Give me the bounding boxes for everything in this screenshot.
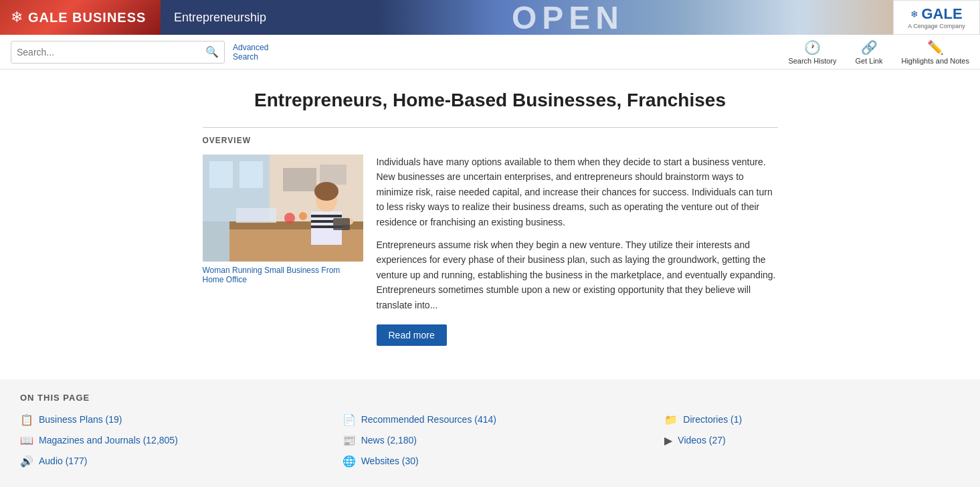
svg-rect-8 [320, 165, 347, 185]
search-input[interactable] [17, 47, 205, 58]
highlights-notes-label: Highlights and Notes [901, 57, 969, 65]
on-this-page-item[interactable]: 📋 Business Plans (19) [20, 413, 316, 426]
overview-paragraph-2: Entrepreneurs assume risk when they begi… [377, 237, 778, 312]
overview-text: Individuals have many options available … [377, 155, 778, 346]
on-this-page-item[interactable]: 🌐 Websites (30) [342, 455, 638, 468]
otp-item-icon: 📰 [342, 434, 356, 447]
otp-item-link[interactable]: Websites (30) [361, 456, 419, 466]
brand-logo[interactable]: ❄ GALE BUSINESS [0, 0, 161, 35]
svg-point-13 [314, 182, 338, 201]
on-this-page-section: ON THIS PAGE 📋 Business Plans (19) 📄 Rec… [0, 379, 980, 487]
on-this-page-title: ON THIS PAGE [20, 393, 960, 403]
search-history-icon: 🕐 [804, 39, 821, 56]
search-button[interactable]: 🔍 [205, 45, 219, 58]
read-more-button[interactable]: Read more [377, 324, 447, 346]
svg-rect-2 [209, 161, 233, 188]
otp-item-icon: 📋 [20, 413, 33, 426]
svg-rect-7 [283, 168, 316, 191]
advanced-search-link[interactable]: AdvancedSearch [233, 43, 268, 62]
on-this-page-grid: 📋 Business Plans (19) 📄 Recommended Reso… [20, 413, 960, 468]
get-link-button[interactable]: 🔗 Get Link [856, 39, 883, 65]
otp-item-icon: 📖 [20, 434, 33, 447]
search-history-button[interactable]: 🕐 Search History [788, 39, 836, 65]
overview-image-wrap: Woman Running Small Business From Home O… [203, 155, 363, 346]
overview-body: Woman Running Small Business From Home O… [203, 155, 778, 346]
search-bar: 🔍 AdvancedSearch 🕐 Search History 🔗 Get … [0, 35, 980, 70]
overview-section: OVERVIEW [203, 127, 778, 346]
brand-name: GALE BUSINESS [28, 10, 146, 25]
otp-item-icon: 📄 [342, 413, 356, 426]
hero-text: OPEN [512, 0, 624, 35]
otp-item-icon: 🔊 [20, 455, 33, 468]
otp-item-icon: 📁 [664, 413, 678, 426]
on-this-page-item[interactable]: 📁 Directories (1) [664, 413, 960, 426]
overview-paragraph-1: Individuals have many options available … [377, 155, 778, 229]
get-link-label: Get Link [856, 57, 883, 65]
svg-point-10 [284, 213, 295, 223]
on-this-page-item[interactable]: 📰 News (2,180) [342, 434, 638, 447]
on-this-page-item[interactable]: 🔊 Audio (177) [20, 455, 316, 468]
otp-item-icon: ▶ [664, 434, 672, 447]
header: ❄ GALE BUSINESS Entrepreneurship OPEN ❄ … [0, 0, 980, 35]
hero-banner: OPEN [378, 0, 980, 35]
otp-item-link[interactable]: Recommended Resources (414) [361, 414, 496, 425]
gale-logo-snowflake-icon: ❄ [910, 9, 918, 19]
search-history-label: Search History [788, 57, 836, 65]
on-this-page-item[interactable]: 📄 Recommended Resources (414) [342, 413, 638, 426]
svg-point-11 [299, 212, 307, 220]
gale-logo-name: GALE [921, 5, 962, 23]
on-this-page-item[interactable]: ▶ Videos (27) [664, 434, 960, 447]
otp-item-link[interactable]: Business Plans (19) [39, 414, 122, 425]
otp-item-icon: 🌐 [342, 455, 356, 468]
toolbar-right: 🕐 Search History 🔗 Get Link ✏️ Highlight… [788, 39, 969, 65]
main-content: Entrepreneurs, Home-Based Businesses, Fr… [189, 70, 791, 359]
cengage-tagline: A Cengage Company [908, 23, 965, 29]
otp-item-link[interactable]: Magazines and Journals (12,805) [39, 435, 178, 446]
otp-item-link[interactable]: Directories (1) [683, 414, 742, 425]
on-this-page-item[interactable]: 📖 Magazines and Journals (12,805) [20, 434, 316, 447]
svg-rect-15 [311, 215, 342, 217]
gale-snowflake-icon: ❄ [11, 9, 23, 26]
gale-company-logo: ❄ GALE A Cengage Company [893, 0, 980, 35]
highlights-notes-icon: ✏️ [927, 39, 944, 56]
overview-image-caption[interactable]: Woman Running Small Business From Home O… [203, 266, 363, 284]
overview-image [203, 155, 363, 262]
svg-rect-5 [229, 229, 363, 262]
otp-item-link[interactable]: Audio (177) [39, 456, 87, 466]
otp-item-link[interactable]: News (2,180) [361, 435, 417, 446]
svg-rect-9 [236, 208, 276, 223]
overview-label: OVERVIEW [203, 136, 778, 145]
article-image-svg [203, 155, 363, 262]
get-link-icon: 🔗 [861, 39, 878, 56]
otp-item-link[interactable]: Videos (27) [678, 435, 725, 446]
subtitle-text: Entrepreneurship [174, 11, 266, 25]
svg-rect-3 [239, 161, 263, 188]
svg-rect-19 [333, 218, 350, 230]
search-input-container[interactable]: 🔍 [11, 41, 225, 64]
page-title: Entrepreneurs, Home-Based Businesses, Fr… [203, 90, 778, 111]
highlights-notes-button[interactable]: ✏️ Highlights and Notes [901, 39, 969, 65]
